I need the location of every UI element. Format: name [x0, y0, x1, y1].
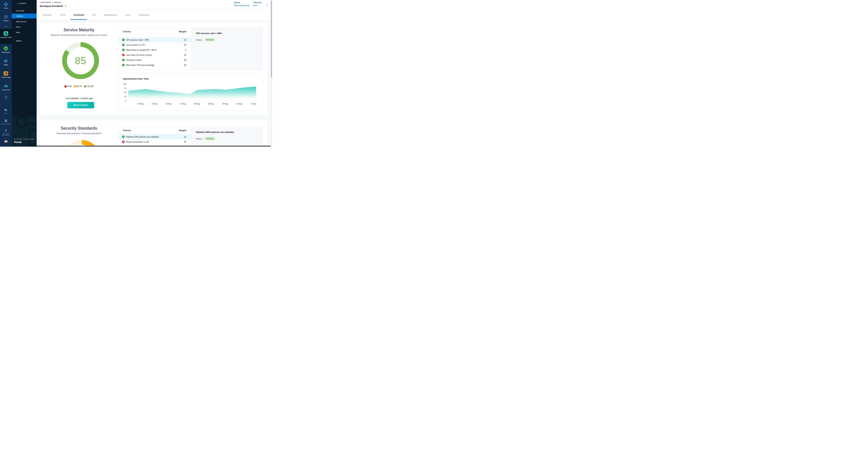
check-fail-icon	[122, 54, 125, 56]
nav-item-feature-flags[interactable]: Feature Flags	[0, 71, 12, 78]
nav-item-account-settings[interactable]: ⚙ ACCOUNT SETTINGS	[0, 129, 12, 136]
primary-sidebar: Home Projects Developer Portal ∞ Deploym…	[0, 0, 12, 147]
entity-header: COMPONENT — SERVICE boutique-frontend★ O…	[37, 0, 272, 10]
status-label: Status:	[196, 38, 203, 41]
tab-kubernetes[interactable]: Kubernetes	[135, 10, 152, 20]
nav-item-cloud-costs[interactable]: $ Cloud Costs	[0, 84, 12, 91]
check-row[interactable]: TechDocs exists 30	[119, 58, 191, 63]
scorecard-content: Service Maturity Measures development be…	[37, 20, 272, 147]
user-avatar[interactable]: HM	[4, 140, 7, 143]
check-weight: 5	[185, 49, 186, 51]
sidebar-item-catalog[interactable]: Catalog	[12, 13, 37, 19]
tab-dependencies[interactable]: Dependencies	[101, 10, 121, 20]
check-pass-icon	[122, 64, 125, 66]
x-tick: 28 Aug	[194, 103, 200, 105]
more-actions-kebab-icon[interactable]	[266, 3, 269, 7]
check-row[interactable]: Mean time to merge PR < 48 hr 5	[119, 48, 191, 53]
check-weight: 30	[184, 59, 186, 61]
nav-item-help[interactable]: ? HELP	[0, 109, 12, 114]
decorative-circuit-bar	[27, 122, 37, 124]
checks-table-header: Checks Weight	[123, 30, 186, 33]
lifecycle-link[interactable]: prod	[253, 4, 261, 6]
checks-rows: Pipeline OPA policies are satisfied 10 B…	[119, 134, 191, 147]
gear-icon: ⚙	[0, 129, 12, 132]
builds-icon	[4, 59, 8, 63]
favorite-star-icon[interactable]: ★	[64, 4, 67, 8]
lifecycle-label: Lifecycle	[253, 1, 261, 3]
check-label: API success rate > 99%	[126, 39, 182, 41]
legend-dot-red	[64, 85, 67, 88]
vertical-scrollbar[interactable]	[271, 0, 272, 147]
nav-item-deployments[interactable]: ∞ Deployments	[0, 46, 12, 53]
sidebar-search[interactable]: Search	[12, 1, 37, 6]
developer-portal-icon	[4, 31, 8, 36]
dashboards-icon	[4, 119, 8, 122]
divider	[14, 36, 35, 36]
check-weight: 20	[184, 44, 186, 46]
nav-scroll-chevron-down-icon[interactable]: ▾	[0, 92, 12, 94]
vertical-scrollbar-thumb[interactable]	[271, 1, 272, 77]
tab-api[interactable]: API	[89, 10, 99, 20]
nav-item-projects[interactable]: Projects	[0, 14, 12, 22]
checks-panel: Checks Weight API success rate > 99% 10	[119, 28, 262, 70]
tab-cicd[interactable]: CI/CD	[57, 10, 69, 20]
tab-overview[interactable]: Overview	[39, 10, 55, 20]
weight-column-header: Weight	[179, 30, 186, 33]
sidebar-item-self-service[interactable]: Self service	[12, 19, 37, 24]
improvement-chart-panel: Improvement Over Time 100 75 50	[119, 73, 262, 111]
check-row[interactable]: API success rate > 99% 10	[119, 37, 191, 42]
module-picker-button[interactable]	[3, 95, 9, 99]
sidebar-item-docs[interactable]: Docs	[12, 25, 37, 29]
check-label: Pipeline OPA policies are satisfied	[126, 136, 182, 138]
nav-item-profile[interactable]: HM	[0, 140, 12, 143]
security-summary: Security Standards Measures best practic…	[40, 120, 118, 147]
rerun-checks-button[interactable]: Rerun Checks	[67, 102, 94, 108]
horizontal-scrollbar[interactable]	[37, 146, 272, 147]
tab-scorecard[interactable]: Scorecard	[71, 10, 87, 20]
check-weight: 10	[184, 136, 186, 138]
legend-label: 75-100	[87, 85, 94, 88]
apps-grid-icon	[5, 96, 7, 98]
legend-dot-amber	[73, 85, 76, 88]
checks-column-header: Checks	[123, 30, 131, 33]
check-row[interactable]: Branch protection is set 30	[119, 139, 191, 144]
sidebar-item-admin[interactable]: Admin	[12, 38, 37, 43]
check-row[interactable]: More than 70% test coverage 20	[119, 63, 191, 67]
check-pass-icon	[122, 59, 125, 61]
nav-item-builds[interactable]: Builds	[0, 59, 12, 66]
check-weight: 10	[184, 39, 186, 41]
check-weight: 20	[184, 64, 186, 66]
nav-label: DASHBOARDS	[0, 123, 12, 125]
nav-item-dashboards[interactable]: DASHBOARDS	[0, 119, 12, 125]
search-icon	[17, 2, 20, 5]
x-tick: 29 Aug	[208, 103, 214, 105]
check-row[interactable]: Pipeline OPA policies are satisfied 10	[119, 134, 191, 139]
nav-item-home[interactable]: Home	[0, 2, 12, 9]
x-tick: 26 Aug	[166, 103, 172, 105]
score-value: 85	[75, 55, 87, 66]
nav-collapse-handle[interactable]	[4, 26, 8, 27]
tab-docs[interactable]: Docs	[122, 10, 133, 20]
nav-label: Deployments	[0, 52, 12, 53]
legend-item: 50-74	[73, 85, 82, 88]
maturity-score-gauge: 85	[62, 42, 99, 79]
checks-table: Checks Weight API success rate > 99% 10	[119, 28, 191, 70]
scorecard-title: Security Standards	[40, 126, 118, 131]
sidebar-item-overview[interactable]: Overview	[12, 8, 37, 13]
check-row[interactable]: Less than 1% error in prod 15	[119, 53, 191, 58]
x-tick: 27 Aug	[180, 103, 186, 105]
check-pass-icon	[122, 38, 125, 41]
check-label: Branch protection is set	[126, 141, 182, 143]
check-row[interactable]: Java version is LTS 20	[119, 42, 191, 48]
y-tick: 75	[124, 87, 126, 89]
nav-label: HELP	[0, 113, 12, 114]
sidebar-item-apis[interactable]: APIs	[12, 30, 37, 35]
owner-link[interactable]: field_engineering	[234, 4, 249, 6]
nav-item-developer-portal[interactable]: Developer Portal	[0, 31, 12, 38]
legend-item: 75-100	[84, 85, 94, 88]
status-badge: PASSED	[205, 137, 215, 140]
service-maturity-card: Service Maturity Measures development be…	[39, 23, 268, 116]
x-tick: 30 Aug	[222, 103, 228, 105]
check-label: Less than 1% error in prod	[126, 54, 182, 56]
checks-rows: API success rate > 99% 10 Java version i…	[119, 37, 191, 67]
